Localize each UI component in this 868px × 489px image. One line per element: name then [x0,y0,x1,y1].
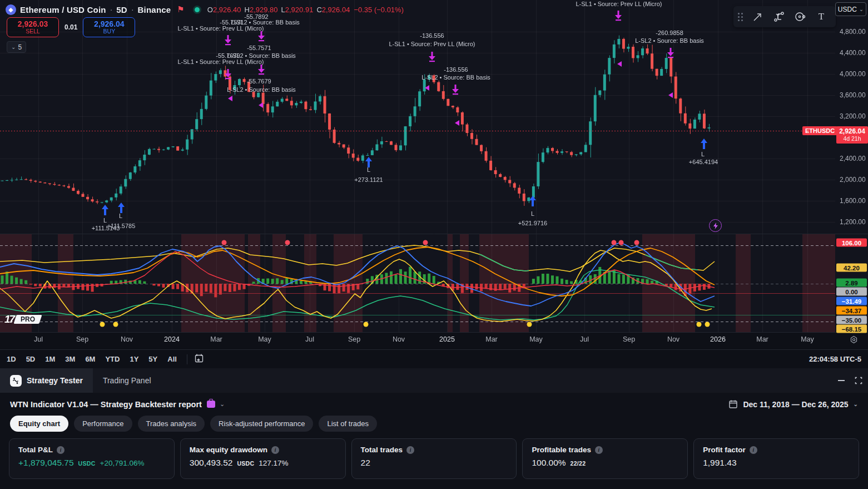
time-axis-label[interactable]: 2026 [710,335,726,343]
info-icon[interactable]: i [750,446,757,454]
sell-signal-arrow-icon[interactable] [428,52,437,65]
briefcase-icon[interactable] [207,401,215,408]
tab-trading-panel[interactable]: Trading Panel [93,368,161,393]
price-range-tool-icon[interactable] [772,9,786,24]
total-trades-value: 22 [361,458,370,468]
arrow-tool-icon[interactable] [751,9,765,24]
tab-list-of-trades[interactable]: List of trades [319,416,376,432]
chart-annotation-label: +273.1121 [354,176,383,183]
sell-button[interactable]: 2,926.03 SELL [7,17,59,37]
time-axis-label[interactable]: Nov [393,335,405,343]
tab-trades-analysis[interactable]: Trades analysis [138,416,205,432]
signal-triangle-icon [668,92,673,98]
report-title[interactable]: WTN Indicator V1.04 — Strategy Backteste… [10,400,202,409]
last-price-badge: 2,926.04 4d 21h [836,126,868,144]
buy-signal-arrow-icon[interactable] [700,139,708,151]
minimize-panel-icon[interactable] [838,380,845,381]
time-axis-label[interactable]: May [801,335,814,343]
time-axis-label[interactable]: Sep [348,335,360,343]
axis-settings-icon[interactable] [850,335,858,346]
info-icon[interactable]: i [595,446,603,454]
range-1d[interactable]: 1D [7,355,16,363]
price-axis-label[interactable]: 2,400.00 [840,155,866,162]
sell-signal-arrow-icon[interactable] [257,65,266,78]
time-axis-label[interactable]: 2024 [164,335,180,343]
time-axis-label[interactable]: Sep [623,335,635,343]
time-axis-label[interactable]: Sep [76,335,88,343]
time-axis-label[interactable]: Mar [485,335,498,343]
currency-toggle-button[interactable]: USDC ⌄ [835,2,866,16]
info-icon[interactable]: i [57,446,65,454]
tab-risk-adjusted[interactable]: Risk-adjusted performance [210,416,313,432]
range-toolbar: 1D 5D 1M 3M 6M YTD 1Y 5Y All 22:04:58 UT… [0,349,868,368]
symbol-name[interactable]: Ethereum / USD Coin [20,5,106,14]
circle-tool-icon[interactable] [793,9,807,24]
market-status-icon[interactable] [193,6,201,14]
time-axis-label[interactable]: Jul [34,335,43,343]
range-3m[interactable]: 3M [65,355,75,363]
ohlc-values: O2,926.40 H2,929.80 L2,920.91 C2,926.04 [207,6,350,14]
info-icon[interactable]: i [406,446,414,454]
buy-signal-arrow-icon[interactable] [101,205,109,218]
lightning-icon[interactable] [709,219,722,232]
tab-equity-chart[interactable]: Equity chart [10,416,68,432]
time-axis-label[interactable]: Mar [756,335,768,343]
time-axis-label[interactable]: Mar [210,335,222,343]
time-axis-label[interactable]: May [529,335,543,343]
drag-handle-icon[interactable] [738,13,743,21]
price-axis-label[interactable]: 4,800.00 [840,28,866,36]
buy-signal-arrow-icon[interactable] [529,196,537,209]
symbol-header: ◆ Ethereum / USD Coin · 5D · Binance ⚑ O… [6,3,404,16]
price-axis-label[interactable]: 4,000.00 [840,70,866,78]
range-ytd[interactable]: YTD [105,355,120,363]
tab-performance[interactable]: Performance [74,416,132,432]
time-axis-label[interactable]: Jul [580,335,589,343]
flag-icon[interactable]: ⚑ [177,4,184,14]
price-axis-label[interactable]: 3,600.00 [840,91,866,99]
clock[interactable]: 22:04:58 UTC-5 [809,355,861,363]
tradingview-watermark: 17 PRO [4,313,41,325]
order-buttons: 2,926.03 SELL 0.01 2,926.04 BUY [7,17,135,37]
collapsed-indicators-chip[interactable]: ⌄ 5 [7,41,26,53]
calendar-icon [728,399,738,409]
range-1y[interactable]: 1Y [130,355,138,363]
sell-signal-arrow-icon[interactable] [452,85,460,98]
price-change: −0.35 (−0.01%) [354,6,404,14]
chart-annotation-label: L [531,210,534,217]
time-axis-label[interactable]: Nov [121,335,133,343]
info-icon[interactable]: i [271,446,279,454]
price-axis-label[interactable]: 2,000.00 [840,176,866,184]
buy-button[interactable]: 2,926.04 BUY [83,17,135,37]
maximize-panel-icon[interactable] [855,377,862,384]
separator-dot: · [131,5,134,14]
price-axis-label[interactable]: 1,200.00 [840,218,866,226]
price-axis-label[interactable]: 4,400.00 [840,49,866,57]
text-tool-icon[interactable]: T [814,9,829,24]
chevron-down-icon[interactable]: ⌄ [220,401,225,408]
time-axis-label[interactable]: 2025 [439,335,455,343]
range-all[interactable]: All [167,355,177,363]
sell-signal-arrow-icon[interactable] [224,69,232,82]
time-axis-separator [0,332,868,333]
range-1m[interactable]: 1M [45,355,55,363]
time-axis-label[interactable]: Nov [667,335,679,343]
range-6m[interactable]: 6M [85,355,95,363]
range-5d[interactable]: 5D [26,355,36,363]
time-axis-label[interactable]: May [258,335,271,343]
tab-strategy-tester[interactable]: Strategy Tester [0,368,93,393]
chart-annotation-label: L-SL1 • Source: Prev LL (Micro) [389,41,475,47]
timeframe[interactable]: 5D [116,5,127,14]
range-5y[interactable]: 5Y [148,355,157,363]
time-axis-label[interactable]: Jul [305,335,314,343]
price-axis-label[interactable]: 1,600.00 [840,197,866,205]
indicator-value-badge: 2.89 [836,279,867,287]
exchange-name[interactable]: Binance [138,5,171,14]
sell-signal-arrow-icon[interactable] [667,48,675,61]
sell-signal-arrow-icon[interactable] [224,35,232,48]
profit-factor-value: 1,991.43 [703,458,736,468]
date-range-picker[interactable]: Dec 11, 2018 — Dec 26, 2025 ⌄ [728,399,858,409]
sell-signal-arrow-icon[interactable] [614,11,623,24]
sell-signal-arrow-icon[interactable] [257,31,266,45]
price-axis-label[interactable]: 3,200.00 [840,112,866,120]
go-to-date-icon[interactable] [194,353,204,365]
